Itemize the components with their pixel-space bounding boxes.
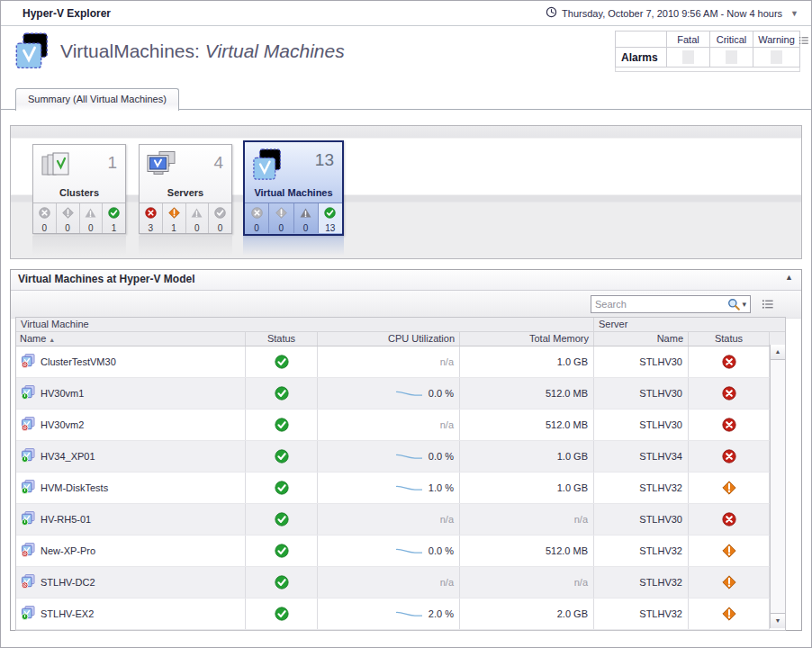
column-header-server-name[interactable]: Name [594, 332, 689, 346]
critical-status-icon [722, 544, 736, 558]
cpu-sparkline [395, 451, 424, 462]
alarms-fatal-cell[interactable] [667, 48, 710, 68]
server-status-cell [689, 504, 770, 535]
tile-clusters[interactable]: 1 Clusters 0 0 0 1 [32, 144, 126, 234]
status-count: 0 [88, 223, 94, 233]
server-name-cell: STLHV32 [594, 472, 689, 503]
vertical-scrollbar[interactable]: ▲ ▼ [770, 345, 785, 628]
tile-status-cell[interactable]: 3 [140, 203, 162, 233]
table-row[interactable]: New-XP-Pro 0.0 % 512.0 MB STLHV32 [16, 536, 770, 567]
table-row[interactable]: HV-RH5-01 n/a n/a STLHV30 [16, 504, 770, 536]
search-icon[interactable] [727, 298, 740, 310]
normal-status-icon [275, 386, 289, 400]
status-count: 1 [171, 223, 176, 233]
memory-value: 512.0 MB [546, 388, 588, 399]
time-range-selector[interactable]: Thursday, October 7, 2010 9:56 AM - Now … [546, 6, 798, 20]
vm-name: HV30vm1 [41, 388, 84, 399]
tile-status-cell[interactable]: 0 [293, 203, 318, 233]
server-name-value: STLHV30 [639, 514, 682, 525]
top-bar: Hyper-V Explorer Thursday, October 7, 20… [1, 1, 811, 26]
tab-summary-all-virtual-machines[interactable]: Summary (All Virtual Machines) [15, 88, 179, 111]
tile-virtual-machines[interactable]: 13 Virtual Machines 0 0 0 13 [243, 140, 344, 236]
sort-asc-icon: ▲ [49, 337, 55, 343]
tile-status-cell[interactable]: 0 [245, 203, 268, 233]
server-name-cell: STLHV32 [594, 536, 689, 566]
table-toolbar: ▾ [11, 291, 801, 319]
table-row[interactable]: HV34_XP01 0.0 % 1.0 GB STLHV34 [16, 441, 770, 472]
table-customizer-icon[interactable] [762, 298, 774, 314]
table-row[interactable]: HV30vm1 0.0 % 512.0 MB STLHV30 [16, 378, 770, 410]
collapse-panel-icon[interactable]: ▲ [785, 273, 793, 282]
column-header-name[interactable]: Name▲ [16, 332, 246, 346]
tile-status-cell[interactable]: 0 [208, 203, 231, 233]
table-row[interactable]: STLHV-DC2 n/a n/a STLHV32 [16, 567, 770, 598]
table-rows: ClusterTestVM30 n/a 1.0 GB STLHV30 HV30v… [16, 346, 770, 630]
alarm-count-placeholder [726, 50, 737, 64]
vm-name: HV-RH5-01 [41, 514, 91, 525]
tile-reflection [139, 236, 232, 256]
vm-status-cell [246, 504, 318, 535]
normal-status-icon [275, 575, 289, 590]
tile-status-cell[interactable]: 1 [102, 203, 125, 233]
page-title: VirtualMachines:Virtual Machines [60, 40, 345, 62]
status-count: 0 [279, 223, 284, 233]
vm-memory-cell: 2.0 GB [460, 598, 594, 629]
column-header-total-memory[interactable]: Total Memory [460, 332, 594, 346]
alarms-customizer-icon[interactable] [798, 33, 809, 50]
cpu-value: 0.0 % [429, 451, 454, 462]
table-row[interactable]: HVM-DiskTests 1.0 % 1.0 GB STLHV32 [16, 472, 770, 504]
alarms-corner-cell [615, 31, 667, 48]
vm-table: Virtual Machine Server Name▲ Status CPU … [15, 317, 786, 631]
vm-name: STLHV-EX2 [41, 608, 94, 619]
tile-status-cell[interactable]: 0 [33, 203, 56, 233]
tile-status-cell[interactable]: 0 [268, 203, 293, 233]
tile-servers[interactable]: 4 Servers 3 1 0 0 [139, 144, 232, 234]
panel-title: Virtual Machines at Hyper-V Model [18, 270, 195, 289]
alarms-warning-cell[interactable] [753, 48, 800, 68]
cpu-value: n/a [440, 514, 454, 525]
column-header-server-status[interactable]: Status [689, 332, 770, 346]
vm-memory-cell: 1.0 GB [460, 441, 594, 472]
topology-tiles-panel: 1 Clusters 0 0 0 1 4 Servers 3 1 0 0 [10, 125, 802, 259]
fatal-status-icon [722, 386, 736, 400]
cpu-value: n/a [440, 356, 454, 367]
column-header-cpu-utilization[interactable]: CPU Utilization [318, 332, 460, 346]
column-header-status[interactable]: Status [246, 332, 318, 346]
vm-status-cell [246, 410, 318, 440]
search-options-caret-icon[interactable]: ▾ [742, 300, 746, 309]
vm-cpu-cell: n/a [318, 346, 460, 377]
server-status-cell [689, 598, 770, 629]
vm-memory-cell: 1.0 GB [460, 472, 594, 503]
table-row[interactable]: STLHV-EX2 2.0 % 2.0 GB STLHV32 [16, 598, 770, 630]
fatal-status-icon [145, 207, 157, 219]
vm-cpu-cell: n/a [318, 410, 460, 440]
normal-status-icon [324, 207, 336, 219]
tile-status-cell[interactable]: 0 [79, 203, 103, 233]
server-name-cell: STLHV30 [594, 410, 689, 440]
vm-name: HVM-DiskTests [41, 482, 108, 493]
tile-status-cell[interactable]: 0 [56, 203, 79, 233]
vm-cpu-cell: 1.0 % [318, 472, 460, 503]
alarms-critical-cell[interactable] [710, 48, 753, 68]
time-range-label: Thursday, October 7, 2010 9:56 AM - Now … [562, 8, 782, 19]
server-status-cell [689, 378, 770, 409]
table-row[interactable]: HV30vm2 n/a 512.0 MB STLHV30 [16, 410, 770, 441]
list-customizer-icon [798, 35, 809, 46]
cpu-value: n/a [440, 577, 454, 588]
server-name-value: STLHV30 [639, 419, 682, 430]
table-row[interactable]: ClusterTestVM30 n/a 1.0 GB STLHV30 [16, 346, 770, 378]
critical-status-icon [722, 607, 736, 621]
vm-stopped-icon [21, 417, 35, 431]
tile-status-cell[interactable]: 1 [162, 203, 185, 233]
tile-status-cell[interactable]: 13 [318, 203, 342, 233]
status-count: 1 [112, 223, 117, 233]
search-input[interactable] [591, 299, 727, 310]
scroll-up-button[interactable]: ▲ [771, 345, 785, 360]
tile-reflection [32, 236, 126, 256]
scroll-down-button[interactable]: ▼ [771, 613, 785, 628]
normal-status-icon [275, 544, 289, 558]
tile-status-cell[interactable]: 0 [185, 203, 209, 233]
vm-stopped-icon [21, 354, 35, 368]
server-status-cell [689, 410, 770, 440]
cpu-value: 0.0 % [429, 545, 454, 556]
